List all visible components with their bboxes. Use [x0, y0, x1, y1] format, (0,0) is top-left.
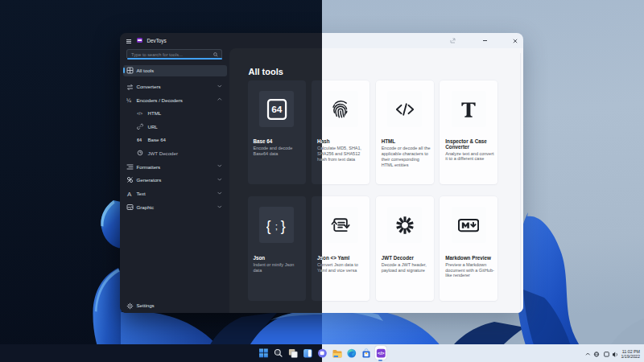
svg-text:</>: </>	[378, 351, 385, 356]
